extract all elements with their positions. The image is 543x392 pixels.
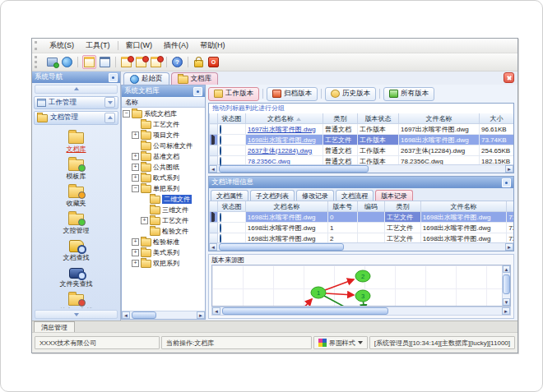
menu-tools[interactable]: 工具(T) (80, 39, 116, 52)
message-management-tab[interactable]: 消息管理 (34, 321, 75, 332)
menu-help[interactable]: 帮助(H) (194, 39, 231, 52)
col-file-name[interactable]: 文件名称 (420, 201, 506, 212)
col-status-icon[interactable]: 状态图 (218, 201, 245, 212)
tree-node[interactable]: 公司标准文件 (123, 141, 205, 151)
globe-icon[interactable] (61, 56, 73, 68)
table-header-row: 状态图 文档名称 类别 版本状态 文件名称 大小 版本号 签出状态 (210, 113, 515, 124)
toolbar-grip[interactable] (35, 56, 41, 68)
table-horizontal-scrollbar[interactable]: ◄► (209, 242, 513, 251)
col-category[interactable]: 类别 (384, 201, 420, 212)
tree-node[interactable]: 检验文件 (123, 226, 205, 237)
table-row[interactable]: 1698出水嘴零件图.dwg2 工艺文件 1698出水嘴零件图.dwg73.00… (210, 233, 514, 243)
tree-node[interactable]: −系统文档库 (123, 108, 205, 119)
help-icon[interactable]: ? (171, 56, 183, 68)
col-document-name[interactable]: 文档名称 (245, 201, 327, 212)
tree-node[interactable]: 三维文件 (123, 205, 205, 215)
sidebar-item-doc-search[interactable]: 文档查找 (63, 238, 90, 262)
tab-modify-records[interactable]: 修改记录 (296, 190, 334, 201)
history-version-button[interactable]: 历史版本 (325, 87, 376, 101)
tab-doc-properties[interactable]: 文档属性 (211, 190, 248, 201)
table-row-selected[interactable]: 1698出水嘴零件图.dwg 工艺文件工作版本 1698出水嘴零件图.dwg73… (210, 135, 515, 145)
col-code[interactable]: 编码 (357, 201, 384, 212)
exit-icon[interactable]: O (207, 56, 220, 68)
pin-icon[interactable] (193, 87, 202, 96)
menu-system[interactable]: 系统(S) (44, 39, 80, 52)
version-graph-canvas[interactable]: 0 1 2 (212, 265, 502, 306)
interface-style-dropdown[interactable]: 界面样式 (313, 336, 368, 349)
graph-node-3[interactable]: 3 (355, 290, 370, 302)
collapse-button[interactable] (104, 113, 115, 123)
sidebar-group-work[interactable]: 工作管理 (34, 96, 118, 109)
window-icon[interactable] (82, 55, 96, 69)
lock-icon[interactable] (193, 56, 205, 68)
close-all-icon[interactable] (150, 56, 162, 68)
archive-version-button[interactable]: 归档版本 (267, 87, 318, 101)
tree-node[interactable]: +项目文件 (123, 130, 205, 141)
tab-version-records[interactable]: 版本记录 (375, 190, 413, 201)
close-group-icon[interactable] (135, 56, 147, 68)
col-category[interactable]: 类别 (323, 113, 358, 124)
graph-vertical-scrollbar[interactable]: ▲▼ (502, 265, 510, 306)
graph-node-1[interactable]: 1 (311, 287, 326, 298)
menu-window[interactable]: 窗口(W) (120, 39, 159, 52)
col-size[interactable]: 大小 (507, 201, 513, 212)
sidebar-group-doc[interactable]: 文档管理 (34, 111, 118, 124)
sidebar-item-template-library[interactable]: 模板库 (67, 156, 86, 181)
table-row[interactable]: 2637主体(12284).dwg 普通文档工作版本 2637主体(12284)… (210, 145, 515, 156)
tree-node[interactable]: +双把系列 (123, 258, 205, 269)
tab-start-page[interactable]: 起始页 (123, 72, 169, 85)
menubar-grip[interactable] (35, 41, 41, 51)
monitor-icon[interactable] (46, 56, 58, 68)
col-file-name[interactable]: 文件名称 (399, 113, 480, 124)
tab-subdoc-list[interactable]: 子文档列表 (250, 190, 295, 201)
chevron-down-icon (358, 341, 363, 344)
tree-node[interactable]: +公共图纸 (123, 162, 205, 173)
col-version-no[interactable]: 版本号 (514, 113, 515, 124)
tree-node-selected[interactable]: 二维文件 (123, 194, 205, 205)
sidebar-item-checked-out-docs[interactable]: 签出的文档 (60, 291, 93, 309)
collapse-down-strip[interactable] (35, 310, 118, 319)
collapse-up-strip[interactable] (35, 85, 118, 94)
tab-doc-flow[interactable]: 文档流程 (336, 190, 374, 201)
document-link[interactable]: 2637主体(12284).dwg (248, 147, 312, 154)
sidebar-item-document-library[interactable]: 文档库 (67, 129, 86, 154)
close-doc-icon[interactable] (120, 56, 132, 68)
tree-node[interactable]: +欧式系列 (123, 173, 205, 183)
document-link[interactable]: 1697出水嘴零件图.dwg (248, 126, 316, 133)
tab-document-library[interactable]: 文档库 (171, 72, 219, 85)
col-size[interactable]: 大小 (480, 113, 514, 124)
document-link[interactable]: 1698出水嘴零件图.dwg (248, 136, 316, 144)
tree-horizontal-scrollbar[interactable]: ◄► (122, 311, 205, 319)
all-versions-button[interactable]: 所有版本 (383, 87, 434, 101)
pin-icon[interactable] (502, 178, 511, 187)
graph-horizontal-scrollbar[interactable]: ◄► (211, 307, 511, 316)
close-tab-icon[interactable] (504, 72, 514, 83)
graph-node-2[interactable]: 2 (355, 270, 370, 282)
table-horizontal-scrollbar[interactable]: ◄► (209, 164, 513, 173)
col-document-name[interactable]: 文档名称 (246, 113, 323, 124)
table-row[interactable]: 1697出水嘴零件图.dwg 普通文档工作版本 1697出水嘴零件图.dwg96… (210, 124, 515, 135)
sidebar-item-favorites[interactable]: 收藏夹 (67, 183, 86, 208)
tree-column-header[interactable]: 名称 (122, 97, 205, 108)
table-row[interactable]: 1698出水嘴零件图.dwg1 工艺文件 1698出水嘴零件图.dwg73.00… (210, 223, 514, 233)
sidebar-item-folder-search[interactable]: 文件夹查找 (60, 265, 93, 288)
tree-node[interactable]: +工艺文件 (123, 215, 205, 226)
expand-button[interactable] (104, 97, 115, 108)
tree-node[interactable]: +美式系列 (123, 247, 205, 258)
tree-node[interactable]: 工艺文件 (123, 119, 205, 130)
menu-plugins[interactable]: 插件(A) (158, 39, 194, 52)
pin-icon[interactable] (109, 73, 118, 82)
sidebar-item-doc-control[interactable]: 文控管理 (63, 210, 90, 235)
col-version-status[interactable]: 版本状态 (358, 113, 399, 124)
windows-icon[interactable] (99, 56, 111, 68)
tree-node[interactable]: +检验标准 (123, 237, 205, 247)
tree-node[interactable]: +基准文档 (123, 151, 205, 162)
table-row-selected[interactable]: 1698出水嘴零件图.dwg0 工艺文件 1698出水嘴零件图.dwg73.00… (210, 212, 514, 223)
col-status-icon[interactable]: 状态图 (218, 113, 246, 124)
work-version-button[interactable]: 工作版本 (208, 87, 259, 101)
col-version-no[interactable]: 版本号 (328, 201, 357, 212)
tree-node[interactable]: −单把系列 (123, 183, 205, 194)
status-icon (220, 146, 221, 155)
tab-start-label: 起始页 (142, 74, 163, 84)
folder-icon (37, 114, 48, 122)
